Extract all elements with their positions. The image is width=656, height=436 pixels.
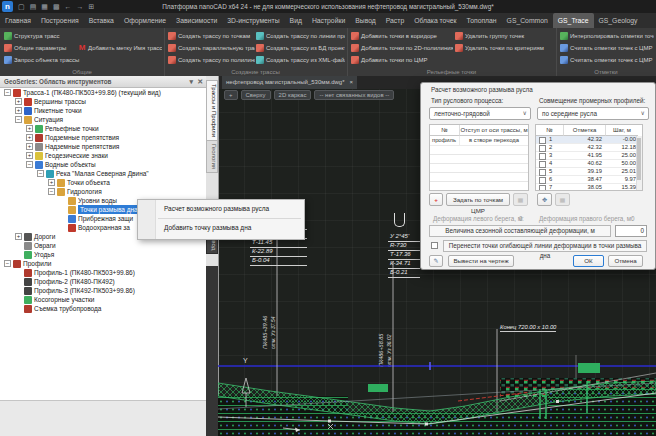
collapse-icon[interactable]: [48, 188, 55, 195]
tab-topoplan[interactable]: Топоплан: [462, 13, 502, 28]
output-to-drawing-button[interactable]: Вывести на чертеж: [448, 255, 514, 267]
scrollbar-thumb[interactable]: [637, 138, 641, 180]
row-checkbox[interactable]: [539, 161, 546, 168]
profile-offset-table[interactable]: № Отступ от оси трассы, м профиль в ство…: [429, 124, 529, 191]
common-parameters-button[interactable]: Общие параметры: [4, 43, 80, 53]
row-checkbox[interactable]: [539, 137, 546, 144]
collapse-icon[interactable]: [4, 260, 11, 267]
expand-icon[interactable]: [26, 143, 33, 150]
collapse-icon[interactable]: [4, 89, 11, 96]
expand-icon[interactable]: [26, 134, 33, 141]
side-tab-geology[interactable]: Геология: [206, 140, 218, 173]
process-type-select[interactable]: ленточно-грядовой∨: [429, 107, 531, 120]
tab-glavnaya[interactable]: Главная: [0, 13, 36, 28]
settings-pencil-button[interactable]: ✎: [429, 255, 443, 267]
create-trace-by-profile-line-button[interactable]: Создать трассу по линии профиля: [256, 31, 345, 41]
ok-button[interactable]: ОК: [573, 255, 604, 267]
tab-gs-common[interactable]: GS_Common: [502, 13, 553, 28]
table-row[interactable]: 539.1925.01: [536, 168, 638, 176]
document-tab[interactable]: нефтепровод магистральный_530мм.dwg* ×: [222, 76, 357, 89]
tree-item-above-obstacles[interactable]: Надземные препятствия: [0, 142, 206, 151]
tree-item-pipeline-survey[interactable]: Съемка трубопровода: [0, 304, 206, 313]
tab-oformlenie[interactable]: Оформление: [119, 13, 171, 28]
row-checkbox[interactable]: [539, 153, 546, 160]
read-marks-from-dtm-button[interactable]: Считать отметки точек с ЦМР: [560, 43, 654, 53]
close-icon[interactable]: ✕: [197, 76, 203, 88]
tab-zavisimosti[interactable]: Зависимости: [171, 13, 222, 28]
query-trace-object-button[interactable]: Запрос объекта трассы: [4, 55, 80, 65]
marks-step-table[interactable]: № Отметка Шаг, м 142.32-0.00 242.3212.18…: [535, 124, 643, 191]
expand-icon[interactable]: [26, 125, 33, 132]
add-points-by-2d-polylines-button[interactable]: Добавить точки по 2D-полилиниям: [351, 43, 453, 53]
table-scrollbar[interactable]: [636, 136, 642, 190]
create-trace-by-polyline-button[interactable]: Создать трассу по полилинии: [168, 55, 255, 65]
seasonal-deformation-input[interactable]: 0: [615, 225, 647, 237]
grid-button-disabled[interactable]: ▦: [513, 193, 528, 206]
row-checkbox[interactable]: [539, 177, 546, 184]
collapse-icon[interactable]: [37, 170, 44, 177]
tree-item-object-points[interactable]: Точки объекта: [0, 178, 206, 187]
tree-item-river[interactable]: Река "Малая Северная Двина": [0, 169, 206, 178]
side-tab-traces-profiles[interactable]: Трассы и Профили: [206, 80, 218, 141]
tab-vyvod[interactable]: Вывод: [350, 13, 381, 28]
collapse-icon[interactable]: [15, 116, 22, 123]
tree-item-hydrology[interactable]: Гидрология: [0, 187, 206, 196]
expand-icon[interactable]: [15, 233, 22, 240]
tab-vstavka[interactable]: Вставка: [84, 13, 119, 28]
tab-vid[interactable]: Вид: [285, 13, 307, 28]
delete-points-by-criteria-button[interactable]: Удалить точки по критериям: [455, 43, 553, 53]
visual-style-button[interactable]: 2D каркас: [274, 90, 312, 100]
tree-item-relief-points[interactable]: Рельефные точки: [0, 124, 206, 133]
tree-item-vertices[interactable]: Вершины трассы: [0, 97, 206, 106]
tab-gs-geology[interactable]: GS_Geology: [594, 13, 643, 28]
tree-item-profile-1[interactable]: Профиль-1 (ПК480-ПК503+99.86): [0, 268, 206, 277]
interpolate-point-marks-button[interactable]: Интерполировать отметки точек: [560, 31, 654, 41]
row-checkbox[interactable]: [539, 169, 546, 176]
create-trace-from-xml-button[interactable]: Создать трассу из XML-файла: [256, 55, 345, 65]
table-row[interactable]: 142.32-0.00: [536, 136, 638, 144]
menu-item-scour-calculation[interactable]: Расчет возможного размыва русла: [138, 200, 304, 218]
tab-oblaka-tochek[interactable]: Облака точек: [409, 13, 461, 28]
tab-gs-trace[interactable]: GS_Trace: [553, 13, 594, 28]
tab-close-icon[interactable]: ×: [350, 76, 354, 89]
tab-3d-instrumenty[interactable]: 3D-инструменты: [222, 13, 284, 28]
expand-icon[interactable]: [48, 179, 55, 186]
move-points-button[interactable]: ✥: [537, 193, 552, 206]
tree-item-profile-2[interactable]: Профиль-2 (ПК480-ПК492): [0, 277, 206, 286]
tree-item-picket-points[interactable]: Пикетные точки: [0, 106, 206, 115]
expand-icon[interactable]: [15, 98, 22, 105]
tab-nastroyki[interactable]: Настройки: [307, 13, 350, 28]
table-row[interactable]: 440.6250.00: [536, 160, 638, 168]
trace-structure-button[interactable]: Структура трасс: [4, 31, 80, 41]
tree-item-water-objects[interactable]: Водные объекты: [0, 160, 206, 169]
tree-item-ravines[interactable]: Овраги: [0, 241, 206, 250]
expand-icon[interactable]: [26, 152, 33, 159]
table-row[interactable]: 341.9525.00: [536, 152, 638, 160]
tree-item-geodetic-signs[interactable]: Геодезические знаки: [0, 151, 206, 160]
tree-item-profiles[interactable]: Профили: [0, 259, 206, 268]
tree-item-underground-obstacles[interactable]: Подземные препятствия: [0, 133, 206, 142]
table-row[interactable]: 242.3212.18: [536, 144, 638, 152]
row-checkbox[interactable]: [539, 145, 546, 152]
menu-item-add-scour-point[interactable]: Добавить точку размыва дна: [138, 219, 304, 237]
row-checkbox[interactable]: [539, 185, 546, 191]
delete-point-group-button[interactable]: Удалить группу точек: [455, 31, 553, 41]
read-marks-from-dtm-auto-button[interactable]: Считать отметки точек с ЦМР авто: [560, 55, 654, 65]
grid-delete-button-disabled[interactable]: ▦: [555, 193, 570, 206]
create-trace-from-db-button[interactable]: Создать трассу из БД проекта: [256, 43, 345, 53]
tab-rastr[interactable]: Растр: [381, 13, 409, 28]
view-direction-button[interactable]: Сверху: [241, 90, 271, 100]
expand-icon[interactable]: [15, 107, 22, 114]
add-points-by-dtm-button[interactable]: Добавить точки по ЦМР: [351, 55, 453, 65]
create-parallel-trace-button[interactable]: Создать параллельную трассу: [168, 43, 255, 53]
add-trace-name-label-button[interactable]: МДобавить метку Имя трассы: [78, 43, 162, 53]
pin-icon[interactable]: ▾: [190, 76, 194, 88]
table-row[interactable]: 638.479.97: [536, 176, 638, 184]
collapse-icon[interactable]: [26, 161, 33, 168]
tree-item-trace[interactable]: Трасса-1 (ПК480-ПК503+99.86) (текущий ви…: [0, 88, 206, 97]
table-row[interactable]: 738.0515.39: [536, 184, 638, 191]
tree-item-situation[interactable]: Ситуация: [0, 115, 206, 124]
add-row-button[interactable]: +: [429, 193, 443, 206]
transfer-checkbox[interactable]: [431, 242, 438, 249]
create-trace-by-points-button[interactable]: Создать трассу по точкам: [168, 31, 255, 41]
